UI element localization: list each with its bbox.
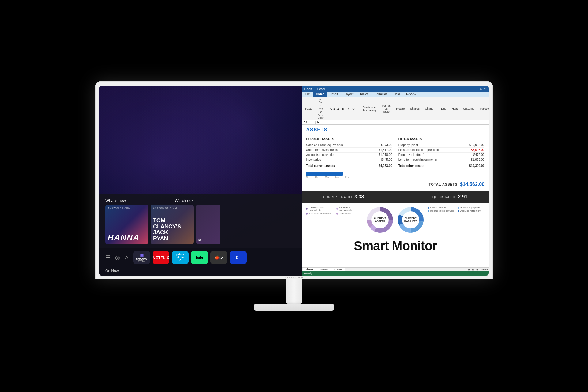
asset-value-total-other: $10,309.00 — [469, 164, 484, 168]
home-icon[interactable]: ⌂ — [125, 254, 128, 261]
charts-area: Cash and cash equivalents Short-term inv… — [302, 204, 489, 236]
excel-body[interactable]: ASSETS CURRENT ASSETS Cash and cash equi… — [302, 125, 489, 267]
app-disney-plus[interactable]: D+ — [230, 251, 247, 264]
monitor-bottom: SAMSUNG — [99, 276, 489, 279]
card-title-hanna: HANNA — [108, 233, 140, 242]
asset-label-receivable: Accounts receivable — [306, 153, 334, 156]
tab-layout[interactable]: Layout — [341, 92, 356, 97]
current-ratio-label: CURRENT RATIO — [323, 195, 352, 199]
app-prime-video[interactable]: prime video ↗ — [172, 251, 189, 264]
card-mystery[interactable]: M — [196, 205, 221, 244]
card-jackryan[interactable]: AMAZON ORIGINAL TOM CLANCY'SJACKRYAN — [151, 205, 194, 244]
close-button[interactable]: ✕ — [484, 87, 486, 91]
picture-button[interactable]: Picture — [394, 107, 406, 111]
asset-value-total-current: $4,253.00 — [379, 164, 392, 168]
heat-button[interactable]: Heat — [450, 107, 459, 111]
print-view-button[interactable]: ⊠ — [476, 268, 479, 271]
asset-row-total-current: Total current assets $4,253.00 — [306, 163, 392, 168]
format-copy-button[interactable]: 🖌 Form Copy — [316, 111, 325, 119]
tab-insert[interactable]: Insert — [327, 92, 341, 97]
tab-home[interactable]: Home — [313, 92, 328, 97]
shapes-button[interactable]: Shapes — [409, 107, 421, 111]
zoom-level: 100% — [481, 268, 488, 271]
function-button[interactable]: Function — [478, 107, 489, 111]
total-assets-value: $14,562.00 — [460, 182, 484, 187]
legend-label-accounts-payable: Accounts payable — [460, 206, 480, 209]
excel-ribbon: Paste ✂ Cut ⎘ Copy 🖌 Form Copy Arial 11 … — [302, 97, 489, 120]
section-labels: What's new Watch next — [99, 194, 302, 205]
legend-income-taxes: Income taxes payable — [428, 209, 454, 212]
tab-formulas[interactable]: Formulas — [371, 92, 390, 97]
donut-current-assets: CURRENTASSETS — [366, 206, 394, 234]
legend-accrued: Accrued retirement — [458, 209, 484, 212]
cut-button[interactable]: ✂ Cut — [316, 98, 325, 104]
app-apple-tv[interactable]: 🍎tv — [210, 251, 227, 264]
format-as-table-button[interactable]: Format asTable — [380, 104, 392, 114]
screen: What's new Watch next AMAZON ORIGINAL HA… — [99, 86, 489, 276]
sheet-tab-3[interactable]: Sheet1 — [331, 268, 345, 271]
statusbar-right: ⊞ ⊟ ⊠ 100% — [468, 268, 488, 271]
asset-row-shortterm: Short-term investments $1,517.00 — [306, 148, 392, 153]
legend-label-income-taxes: Income taxes payable — [430, 209, 454, 212]
asset-value-pp-net: $472.00 — [473, 153, 484, 156]
current-assets-title: CURRENT ASSETS — [306, 138, 392, 141]
donut-label-current-assets: CURRENTASSETS — [374, 217, 386, 223]
tab-tables[interactable]: Tables — [356, 92, 371, 97]
total-assets-label: TOTAL ASSETS — [429, 183, 458, 186]
page-view-button[interactable]: ⊟ — [472, 268, 474, 271]
asset-row-inventories: Inventories $445.00 — [306, 157, 392, 162]
card-title-jackryan: TOM CLANCY'SJACKRYAN — [153, 218, 194, 242]
legend-inventories: Inventories — [336, 212, 363, 215]
sheet-tab-2[interactable]: Sheet1 — [317, 268, 331, 271]
grid-view-button[interactable]: ⊞ — [468, 268, 470, 271]
maximize-button[interactable]: □ — [480, 87, 482, 91]
sheet-tab-1[interactable]: Sheet1 — [303, 268, 317, 271]
legend-dot-income-taxes — [428, 210, 429, 212]
charts-button[interactable]: Charts — [424, 107, 435, 111]
legend-dot-loans — [428, 207, 429, 209]
quick-ratio-item: QUICK RATIO 2.91 — [432, 194, 467, 200]
cell-reference[interactable]: A1 — [303, 121, 316, 124]
search-icon[interactable]: ◎ — [115, 254, 120, 261]
app-samsung-tv-plus[interactable]: ▣ SAMSUNG TV Plus — [133, 251, 150, 264]
add-sheet-button[interactable]: + — [345, 268, 350, 271]
minimize-button[interactable]: ─ — [477, 87, 479, 91]
app-icons: ▣ SAMSUNG TV Plus NETFLIX prime — [133, 251, 296, 264]
excel-content: ASSETS CURRENT ASSETS Cash and cash equi… — [302, 125, 489, 190]
italic-button[interactable]: I — [346, 107, 350, 111]
donut-current-liabilities-wrapper: CURRENTLIABILITES — [397, 206, 424, 234]
asset-row-receivable: Accounts receivable $1,918.00 — [306, 153, 392, 157]
conditional-format-button[interactable]: ConditionalFormatting — [361, 105, 378, 112]
card-hanna[interactable]: AMAZON ORIGINAL HANNA — [105, 205, 148, 244]
tab-file[interactable]: File — [302, 92, 313, 97]
tv-panel: What's new Watch next AMAZON ORIGINAL HA… — [99, 86, 302, 276]
menu-icon[interactable]: ☰ — [105, 254, 110, 261]
copy-button[interactable]: ⎘ Copy — [316, 104, 325, 110]
legend-label-receivable: Accounts receivable — [309, 212, 331, 215]
excel-sheet-tabs: Sheet1 Sheet1 Sheet1 + — [303, 268, 350, 271]
excel-panel: Book1 - Excel ─ □ ✕ File Home Insert Lay… — [302, 86, 489, 276]
monitor-stand-base — [254, 304, 334, 311]
asset-row-cash: Cash and cash equivalents $373.00 — [306, 143, 392, 148]
line-button[interactable]: Line — [439, 107, 448, 111]
paste-button[interactable]: Paste — [303, 107, 314, 111]
outcome-button[interactable]: Outcome — [462, 107, 476, 111]
app-hulu[interactable]: hulu — [191, 251, 208, 264]
axis-21k: 21k — [345, 176, 349, 179]
asset-value-shortterm: $1,517.00 — [379, 148, 392, 152]
ratio-separator — [398, 193, 398, 201]
legend-dot-shortterm — [336, 208, 338, 210]
app-netflix[interactable]: NETFLIX — [153, 251, 169, 264]
tab-review[interactable]: Review — [403, 92, 419, 97]
tab-data[interactable]: Data — [390, 92, 403, 97]
asset-label-longterm: Long-term cash investments — [398, 158, 437, 161]
total-assets-row: TOTAL ASSETS $14,562.00 — [306, 182, 484, 187]
font-size: 11 — [336, 107, 339, 110]
tv-bottom: What's new Watch next AMAZON ORIGINAL HA… — [99, 194, 302, 276]
donut-current-liabilities: CURRENTLIABILITES — [397, 206, 424, 234]
asset-row-pp: Property, plant $10,963.00 — [398, 143, 484, 148]
underline-button[interactable]: U — [351, 107, 356, 111]
legend-label-loans: Loans payable — [430, 206, 446, 209]
asset-value-receivable: $1,918.00 — [379, 153, 392, 156]
bold-button[interactable]: B — [340, 107, 345, 111]
